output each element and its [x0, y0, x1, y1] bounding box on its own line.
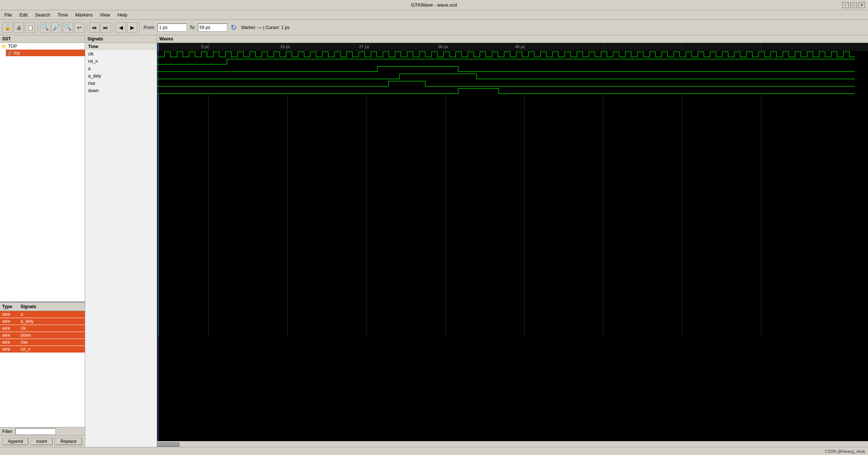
zoom-fit-btn[interactable]: 🔍 — [40, 22, 50, 33]
main-layout: SST 📁 TOP 🔗 top Type Signals wire — [0, 35, 868, 447]
type-rise: wire — [2, 340, 21, 345]
replace-button[interactable]: Replace — [55, 438, 82, 445]
signal-row-rise[interactable]: wire rise — [0, 339, 85, 346]
filter-label: Filter: — [2, 429, 13, 434]
signal-row-a[interactable]: wire a — [0, 311, 85, 318]
left-btn[interactable]: ◀ — [116, 22, 126, 33]
signal-type-header: Type Signals — [0, 302, 85, 311]
signal-label-rise: rise — [88, 81, 95, 86]
svg-text:27 ps: 27 ps — [359, 44, 369, 49]
menu-item-view[interactable]: View — [97, 11, 113, 18]
signal-rows-container: wire a wire a_dely wire clk wire down wi… — [0, 311, 85, 353]
type-a_dely: wire — [2, 319, 21, 324]
name-rise: rise — [21, 340, 83, 345]
name-clk: clk — [21, 326, 83, 331]
signal-row-a_dely[interactable]: wire a_dely — [0, 318, 85, 325]
signal-entry-a[interactable]: a — [85, 65, 157, 72]
toolbar: 🔓 🖨 📋 🔍 🔎 🔍 ↩ ⏮ ⏭ ◀ ▶ From: To: ↻ Marker… — [0, 20, 868, 35]
name-a: a — [21, 312, 83, 317]
type-down: wire — [2, 333, 21, 338]
signal-label-a: a — [88, 66, 91, 71]
svg-rect-20 — [157, 88, 868, 95]
signal-row-down[interactable]: wire down — [0, 332, 85, 339]
right-btn[interactable]: ▶ — [127, 22, 137, 33]
waves-canvas[interactable]: 9 ps 18 ps 27 ps 36 ps 45 ps — [157, 43, 868, 441]
menu-item-help[interactable]: Help — [115, 11, 130, 18]
signal-row-rst_n[interactable]: wire rst_n — [0, 346, 85, 353]
filter-input[interactable] — [15, 428, 56, 435]
signals-list: Time clk rst_n a a_dely rise down — [85, 43, 157, 447]
svg-text:36 ps: 36 ps — [438, 44, 448, 49]
window-title: GTKWave - wave.vcd — [411, 2, 457, 8]
signals-panel: Signals Time clk rst_n a a_dely rise — [85, 35, 157, 447]
maximize-button[interactable]: □ — [850, 2, 857, 8]
signal-label-a_dely: a_dely — [88, 73, 101, 79]
signal-row-clk[interactable]: wire clk — [0, 325, 85, 332]
next-btn[interactable]: ⏭ — [101, 22, 111, 33]
sst-header: SST — [0, 35, 85, 43]
bottom-buttons: Append Insert Replace — [0, 435, 85, 447]
sst-content: 📁 TOP 🔗 top — [0, 43, 85, 301]
signal-label-down: down — [88, 88, 99, 93]
toolbar-separator-1 — [37, 23, 38, 32]
close-button[interactable]: ✕ — [858, 2, 865, 8]
signal-entry-rst_n[interactable]: rst_n — [85, 58, 157, 65]
name-rst_n: rst_n — [21, 347, 83, 352]
menu-item-edit[interactable]: Edit — [17, 11, 30, 18]
filter-bar: Filter: — [0, 427, 85, 435]
sst-label-TOP: TOP — [8, 44, 17, 49]
waves-header: Waves — [157, 35, 868, 43]
prev-btn[interactable]: ⏮ — [89, 22, 100, 33]
status-credit: CSDN @Hwang_shub — [825, 449, 865, 454]
name-a_dely: a_dely — [21, 319, 83, 324]
svg-rect-16 — [157, 58, 868, 66]
scrollbar-thumb[interactable] — [157, 442, 179, 447]
svg-rect-19 — [157, 80, 868, 88]
toolbar-separator-3 — [113, 23, 113, 32]
minimize-button[interactable]: − — [842, 2, 849, 8]
window-controls: − □ ✕ — [842, 2, 865, 8]
folder-icon: 📁 — [1, 44, 7, 49]
svg-rect-17 — [157, 66, 868, 73]
signal-entry-Time: Time — [85, 43, 157, 50]
zoom-in-btn[interactable]: 🔎 — [51, 22, 62, 33]
signals-header: Signals — [85, 35, 157, 43]
waves-panel: Waves 9 ps 18 ps 27 ps 36 ps 45 ps — [157, 35, 868, 447]
type-a: wire — [2, 312, 21, 317]
toolbar-btn-1[interactable]: 🔓 — [2, 22, 12, 33]
from-input[interactable] — [158, 24, 187, 32]
menu-item-search[interactable]: Search — [32, 11, 53, 18]
sst-item-top[interactable]: 🔗 top — [6, 50, 85, 56]
zoom-out-btn[interactable]: 🔍 — [63, 22, 73, 33]
toolbar-btn-3[interactable]: 📋 — [25, 22, 35, 33]
insert-button[interactable]: Insert — [30, 438, 53, 445]
type-rst_n: wire — [2, 347, 21, 352]
toolbar-btn-2[interactable]: 🖨 — [14, 22, 24, 33]
svg-text:9 ps: 9 ps — [201, 44, 209, 49]
svg-rect-0 — [157, 43, 868, 51]
status-bar: CSDN @Hwang_shub — [0, 447, 868, 455]
refresh-button[interactable]: ↻ — [228, 22, 239, 33]
svg-text:18 ps: 18 ps — [280, 44, 290, 49]
signal-label-rst_n: rst_n — [88, 59, 98, 64]
undo-btn[interactable]: ↩ — [74, 22, 84, 33]
menu-item-markers[interactable]: Markers — [72, 11, 95, 18]
append-button[interactable]: Append — [2, 438, 28, 445]
to-input[interactable] — [198, 24, 227, 32]
signal-entry-clk[interactable]: clk — [85, 50, 157, 58]
sst-item-TOP[interactable]: 📁 TOP — [0, 43, 85, 50]
signal-label-clk: clk — [88, 51, 94, 57]
signal-entry-rise[interactable]: rise — [85, 80, 157, 87]
signal-entry-a_dely[interactable]: a_dely — [85, 72, 157, 80]
from-label: From: — [144, 25, 155, 30]
signal-type-panel: Type Signals wire a wire a_dely wire clk… — [0, 302, 85, 427]
sst-panel: SST 📁 TOP 🔗 top — [0, 35, 85, 302]
col-type-header: Type — [2, 304, 21, 309]
h-scrollbar[interactable] — [157, 441, 868, 447]
name-down: down — [21, 333, 83, 338]
menu-item-time[interactable]: Time — [55, 11, 71, 18]
marker-info: Marker: — | Cursor: 1 ps — [241, 25, 289, 30]
menu-item-file[interactable]: File — [1, 11, 15, 18]
svg-text:45 ps: 45 ps — [515, 44, 525, 49]
signal-entry-down[interactable]: down — [85, 87, 157, 94]
